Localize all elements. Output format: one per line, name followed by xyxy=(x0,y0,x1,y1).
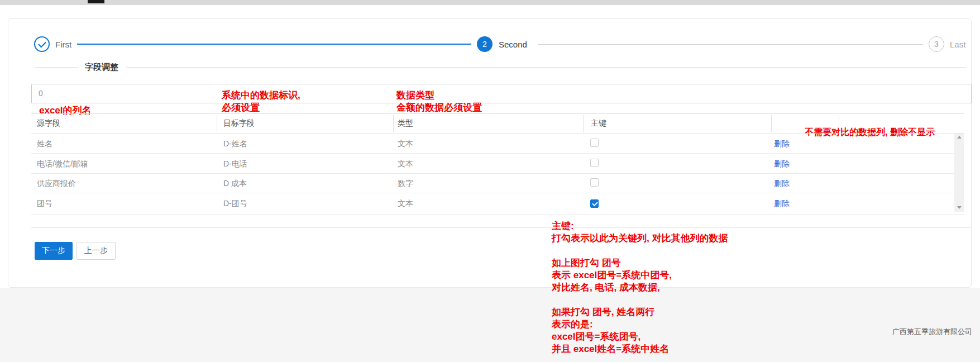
header-separator xyxy=(771,115,772,132)
table-scrollbar-track[interactable] xyxy=(954,134,964,212)
cell-target: D-团号 xyxy=(223,199,247,209)
step-last-number: 3 xyxy=(934,40,939,49)
header-separator xyxy=(393,115,394,132)
cell-target: D-姓名 xyxy=(223,139,247,149)
step-first-circle[interactable] xyxy=(34,36,50,52)
annotation-system-id: 系统中的数据标识, 必须设置 xyxy=(222,89,300,114)
scrollbar-down-arrow-icon[interactable] xyxy=(957,206,962,209)
header-type: 类型 xyxy=(398,118,413,128)
step-last-circle[interactable]: 3 xyxy=(929,36,944,52)
prev-step-button[interactable]: 上一步 xyxy=(77,242,116,260)
header-primary-key: 主键 xyxy=(591,118,606,128)
header-source-field: 源字段 xyxy=(37,118,60,128)
row-border xyxy=(31,173,964,174)
check-icon xyxy=(38,39,46,47)
cell-target: D-电话 xyxy=(223,159,247,169)
header-separator xyxy=(839,115,839,132)
header-separator xyxy=(583,115,584,132)
primary-key-checkbox[interactable] xyxy=(590,199,599,208)
delete-link[interactable]: 删除 xyxy=(774,159,790,169)
primary-key-checkbox[interactable] xyxy=(590,139,599,147)
screen-artifact xyxy=(88,0,104,3)
cell-source: 团号 xyxy=(37,199,52,209)
delete-link[interactable]: 删除 xyxy=(774,199,790,209)
cell-source: 供应商报价 xyxy=(37,179,76,189)
step-first-label: First xyxy=(55,40,71,49)
annotation-primary-key-note: 主键: 打勾表示以此为关键列, 对比其他列的数据 如上图打勾 团号 表示 exc… xyxy=(552,220,728,355)
cell-type: 数字 xyxy=(398,179,413,189)
next-step-button[interactable]: 下一步 xyxy=(35,242,73,260)
cell-source: 电话/微信/邮箱 xyxy=(37,159,88,169)
divider-line-right xyxy=(126,67,966,68)
annotation-data-type: 数据类型 金额的数据必须设置 xyxy=(396,89,482,114)
cell-type: 文本 xyxy=(398,199,413,209)
section-title: 字段调整 xyxy=(85,62,118,73)
step-second-label: Second xyxy=(499,40,527,49)
primary-key-checkbox[interactable] xyxy=(590,178,599,187)
cell-source: 姓名 xyxy=(37,139,52,149)
step-last-label: Last xyxy=(950,40,965,49)
table-header-bottom-border xyxy=(31,133,964,134)
table-header-top-border xyxy=(31,113,964,114)
cell-target: D 成本 xyxy=(223,179,247,189)
annotation-delete-note: 不需要对比的数据列, 删除不显示 xyxy=(805,126,935,139)
header-target-field: 目标字段 xyxy=(223,118,255,128)
footer-divider xyxy=(31,227,972,228)
cell-type: 文本 xyxy=(398,159,413,169)
annotation-excel-column: excel的列名 xyxy=(39,104,92,117)
step-second-circle[interactable]: 2 xyxy=(477,36,493,52)
delete-link[interactable]: 删除 xyxy=(774,139,790,149)
stepper-connector-pending xyxy=(538,44,923,45)
row-border xyxy=(31,214,964,215)
divider-line-left xyxy=(35,67,78,68)
header-separator xyxy=(217,115,217,132)
cell-type: 文本 xyxy=(398,139,413,149)
row-border xyxy=(31,153,964,154)
company-name: 广西第五季旅游有限公司 xyxy=(892,327,972,337)
field-id-input[interactable]: 0 xyxy=(31,84,972,103)
scrollbar-up-arrow-icon[interactable] xyxy=(957,136,962,139)
browser-top-strip xyxy=(0,0,980,5)
page-bottom-background xyxy=(0,288,980,362)
delete-link[interactable]: 删除 xyxy=(774,179,790,189)
primary-key-checkbox[interactable] xyxy=(590,159,599,167)
row-border xyxy=(31,193,964,193)
stepper-connector-done xyxy=(77,44,471,45)
step-second-number: 2 xyxy=(482,40,487,49)
